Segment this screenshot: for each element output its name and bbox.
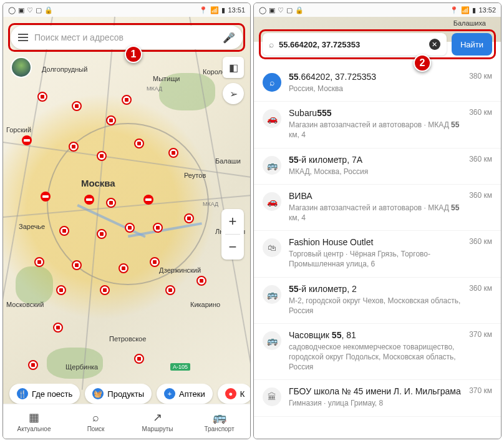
nav-actual[interactable]: ▦Актуальное: [3, 404, 65, 439]
chip-label: Продукты: [107, 389, 144, 399]
nav-transport[interactable]: 🚌Транспорт: [188, 404, 250, 439]
result-type-icon: 🏛: [263, 387, 281, 406]
fork-icon: 🍴: [17, 388, 28, 399]
result-body: ВИВАМагазин автозапчастей и автотоваров …: [289, 191, 462, 223]
user-avatar[interactable]: [11, 57, 32, 78]
noentry-marker[interactable]: [84, 195, 94, 205]
nav-label: Маршруты: [142, 426, 173, 432]
traffic-marker[interactable]: [196, 276, 206, 286]
nav-label: Транспорт: [204, 426, 234, 432]
status-time: 13:51: [228, 6, 245, 14]
result-item[interactable]: ⌕55.664202, 37.725353Россия, Москва380 к…: [254, 66, 501, 102]
route-icon: ↗: [153, 411, 162, 424]
traffic-marker[interactable]: [56, 285, 66, 295]
result-type-icon: 🚌: [263, 331, 281, 350]
result-title: ВИВА: [289, 191, 462, 201]
park-area: [47, 348, 103, 379]
result-subtitle: Торговый центр · Чёрная Грязь, Торгово-П…: [289, 249, 462, 269]
traffic-marker[interactable]: [119, 263, 128, 273]
compass-button[interactable]: ➢: [223, 83, 244, 104]
traffic-marker[interactable]: [134, 354, 144, 364]
traffic-marker[interactable]: [53, 323, 63, 333]
label-petrovskoe: Петровское: [109, 335, 146, 343]
result-title: Subaru555: [289, 108, 462, 118]
chip-label: Где поесть: [32, 389, 72, 399]
result-distance: 360 км: [469, 155, 492, 177]
traffic-marker[interactable]: [134, 139, 144, 148]
traffic-marker[interactable]: [106, 115, 116, 125]
category-chips: 🍴Где поесть 🧺Продукты +Аптеки ●К: [3, 384, 250, 404]
callout-2: 2: [414, 54, 431, 72]
traffic-marker[interactable]: [37, 92, 47, 102]
traffic-marker[interactable]: [125, 223, 135, 233]
result-item[interactable]: 🚗Subaru555Магазин автозапчастей и автото…: [254, 102, 501, 148]
signal-icon: 📶: [461, 6, 470, 14]
status-square-icon: ▢: [36, 6, 42, 14]
status-square-icon: ▢: [286, 6, 293, 14]
noentry-marker[interactable]: [22, 135, 32, 145]
traffic-marker[interactable]: [97, 151, 107, 161]
chip-groceries[interactable]: 🧺Продукты: [85, 384, 152, 404]
traffic-marker[interactable]: [122, 95, 132, 105]
result-distance: 360 км: [469, 284, 492, 316]
zoom-in-button[interactable]: +: [221, 209, 244, 234]
traffic-marker[interactable]: [168, 148, 178, 158]
status-circle-icon: ◯: [8, 6, 16, 14]
traffic-marker[interactable]: [165, 285, 175, 295]
callout-1: 1: [125, 46, 142, 63]
traffic-marker[interactable]: [153, 223, 163, 233]
map-canvas[interactable]: Долгопрудный Мытищи Королёв Горский Моск…: [3, 17, 250, 439]
result-body: ГБОУ школа № 45 имени Л. И. МильграмаГим…: [289, 386, 462, 408]
traffic-marker[interactable]: [34, 257, 44, 267]
nav-search[interactable]: ⌕Поиск: [65, 404, 127, 439]
result-item[interactable]: 🚌Часовщик 55, 81садоводческое некоммерче…: [254, 324, 501, 381]
status-shield-icon: ♡: [27, 6, 33, 14]
result-title: 55.664202, 37.725353: [289, 72, 462, 82]
result-type-icon: 🚌: [263, 285, 281, 304]
status-lock-icon: 🔒: [295, 6, 304, 14]
traffic-marker[interactable]: [106, 198, 116, 208]
result-body: Часовщик 55, 81садоводческое некоммерчес…: [289, 330, 462, 372]
zoom-out-button[interactable]: −: [221, 235, 244, 260]
result-distance: 360 км: [469, 191, 492, 223]
result-item[interactable]: 🚗ВИВАМагазин автозапчастей и автотоваров…: [254, 185, 501, 231]
search-results[interactable]: ⌕55.664202, 37.725353Россия, Москва380 к…: [254, 66, 501, 439]
search-highlight: [259, 29, 496, 59]
result-body: 55-й километр, 7АМКАД, Москва, Россия: [289, 155, 462, 177]
traffic-marker[interactable]: [69, 142, 79, 152]
label-balashiha: Балашиха: [453, 19, 486, 27]
zoom-control: + −: [221, 209, 244, 260]
traffic-marker[interactable]: [184, 213, 194, 223]
status-camera-icon: ▣: [269, 6, 275, 14]
traffic-marker[interactable]: [72, 101, 82, 111]
traffic-marker[interactable]: [100, 285, 110, 295]
result-title: ГБОУ школа № 45 имени Л. И. Мильграма: [289, 386, 462, 396]
traffic-marker[interactable]: [97, 229, 107, 239]
result-item[interactable]: 🏛ГБОУ школа № 45 имени Л. И. МильграмаГи…: [254, 380, 501, 416]
result-item[interactable]: 🛍Fashion House OutletТорговый центр · Чё…: [254, 231, 501, 277]
chip-pharmacy[interactable]: +Аптеки: [157, 384, 213, 404]
bottom-nav: ▦Актуальное ⌕Поиск ↗Маршруты 🚌Транспорт: [3, 404, 250, 439]
noentry-marker[interactable]: [143, 195, 153, 205]
result-distance: 370 км: [469, 330, 492, 372]
label-dolgoprudny: Долгопрудный: [42, 66, 87, 73]
layers-button[interactable]: ◧: [223, 57, 244, 78]
traffic-marker[interactable]: [59, 226, 69, 236]
result-item[interactable]: 🚌55-й километр, 2М-2, городской округ Че…: [254, 278, 501, 324]
status-circle-icon: ◯: [259, 6, 266, 14]
chip-more[interactable]: ●К: [218, 384, 250, 404]
result-subtitle: Магазин автозапчастей и автотоваров · МК…: [289, 120, 462, 140]
result-item[interactable]: 🚌55-й километр, 7АМКАД, Москва, Россия36…: [254, 148, 501, 185]
traffic-marker[interactable]: [72, 260, 82, 270]
nav-label: Поиск: [87, 426, 105, 432]
result-subtitle: М-2, городской округ Чехов, Московская о…: [289, 296, 462, 316]
traffic-marker[interactable]: [150, 257, 160, 267]
label-a105: А-105: [170, 363, 190, 371]
signal-icon: 📶: [210, 6, 219, 14]
traffic-marker[interactable]: [28, 360, 38, 370]
nav-label: Актуальное: [17, 426, 51, 432]
result-subtitle: Гимназия · улица Гримау, 8: [289, 398, 462, 408]
chip-food[interactable]: 🍴Где поесть: [9, 384, 80, 404]
nav-routes[interactable]: ↗Маршруты: [127, 404, 188, 439]
noentry-marker[interactable]: [41, 192, 51, 202]
